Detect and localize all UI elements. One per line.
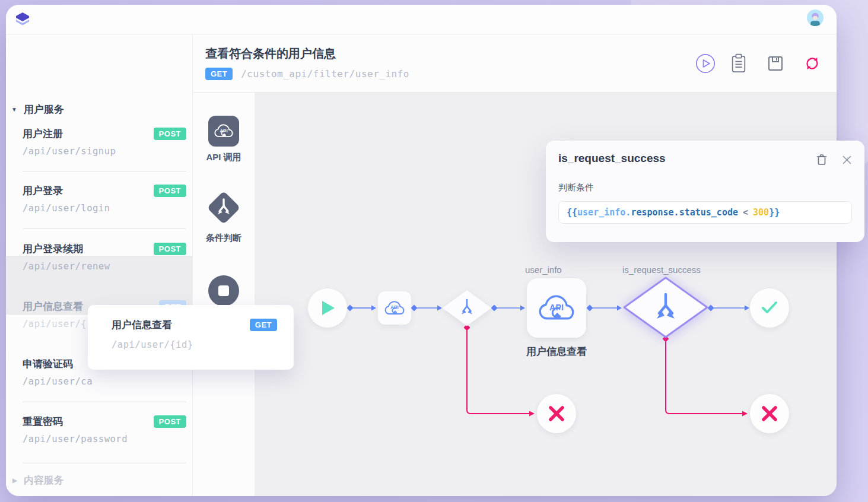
top-bar [6, 5, 837, 34]
api-name: 用户注册 [23, 127, 63, 141]
close-icon [842, 155, 851, 164]
workflow-header: 查看符合条件的用户信息 GET /custom_api/filter/user_… [193, 34, 837, 93]
save-button[interactable] [765, 53, 786, 74]
condition-node-label: is_request_success [622, 265, 701, 275]
ghost-method-badge: GET [250, 319, 277, 331]
ghost-api-path: /api/user/{id} [112, 339, 193, 350]
ghost-api-name: 用户信息查看 [112, 318, 172, 332]
api-path: /api/user/renew [23, 261, 186, 272]
expr-property: response.status_code [631, 207, 738, 218]
expr-value: 300 [753, 207, 769, 218]
palette-stop-node[interactable] [208, 275, 239, 306]
start-node[interactable] [308, 288, 347, 328]
logs-button[interactable] [728, 53, 749, 74]
method-badge: POST [154, 185, 186, 197]
workflow-path: /custom_api/filter/user_info [241, 68, 409, 80]
api-name: 用户信息查看 [23, 300, 83, 313]
group-label: 内容服务 [24, 474, 64, 487]
method-badge: POST [154, 128, 186, 140]
node-palette: API API 调用 条件判断 [193, 93, 255, 496]
failure-node[interactable] [537, 394, 576, 433]
svg-text:API: API [549, 302, 564, 312]
api-name: 申请验证码 [23, 357, 73, 371]
run-button[interactable] [695, 53, 716, 74]
divider [23, 171, 186, 171]
sidebar-group-content-services[interactable]: ▶ 内容服务 [12, 474, 64, 487]
workflow-title: 查看符合条件的用户信息 [205, 46, 336, 62]
method-badge: GET [205, 68, 233, 80]
api-path: /api/user/ca [23, 376, 186, 387]
sidebar-item-signup[interactable]: 用户注册 POST /api/user/signup [23, 126, 186, 157]
palette-api-node[interactable]: API [208, 116, 239, 147]
condition-field-label: 判断条件 [558, 182, 594, 193]
cloud-api-icon: API [383, 299, 406, 317]
delete-node-button[interactable] [814, 152, 829, 167]
x-icon [762, 406, 777, 421]
sidebar-item-login[interactable]: 用户登录 POST /api/user/login [23, 183, 186, 214]
cloud-api-icon: API [212, 122, 235, 140]
chevron-down-icon: ▼ [11, 106, 17, 113]
palette-api-label: API 调用 [193, 152, 255, 163]
x-icon [549, 406, 564, 421]
condition-panel: is_request_success 判断条件 {{user_info.resp… [546, 141, 864, 242]
sidebar-item-password[interactable]: 重置密码 POST /api/user/password [23, 414, 186, 444]
api-path: /api/user/password [23, 434, 186, 444]
check-icon [761, 300, 778, 316]
condition-panel-title: is_request_success [558, 152, 666, 165]
api-name: 用户登录 [23, 184, 63, 198]
sidebar-group-user-services[interactable]: ▼ 用户服务 [11, 103, 64, 116]
method-badge: POST [154, 415, 186, 428]
api-path: /api/user/signup [23, 146, 186, 157]
trash-icon [816, 153, 828, 166]
api-call-node-user-info[interactable]: API [527, 278, 586, 338]
refresh-icon [803, 54, 822, 73]
failure-node[interactable] [750, 394, 789, 433]
floppy-save-icon [766, 54, 785, 73]
api-name: 用户登录续期 [23, 242, 83, 256]
chevron-right-icon: ▶ [12, 477, 17, 484]
palette-condition-label: 条件判断 [193, 233, 255, 244]
divider [23, 228, 186, 229]
user-avatar[interactable] [807, 9, 824, 26]
api-name: 重置密码 [23, 415, 63, 428]
sidebar-item-renew[interactable]: 用户登录续期 POST /api/user/renew [23, 242, 186, 272]
success-node[interactable] [750, 288, 789, 328]
expr-variable: user_info. [577, 207, 631, 218]
app-window: ▼ 用户服务 用户注册 POST /api/user/signup 用户登录 P… [6, 5, 837, 496]
clipboard-icon [730, 53, 748, 74]
condition-expression-input[interactable]: {{user_info.response.status_code<300}} [558, 201, 852, 224]
node-variable-label: user_info [525, 265, 562, 275]
api-call-node[interactable]: API [378, 291, 411, 325]
api-sidebar: ▼ 用户服务 用户注册 POST /api/user/signup 用户登录 P… [6, 34, 193, 496]
cloud-api-icon: API [535, 292, 578, 325]
play-circle-icon [695, 53, 716, 74]
close-panel-button[interactable] [839, 152, 854, 167]
expr-open-braces: {{ [567, 207, 577, 218]
drag-ghost-card[interactable]: 用户信息查看 GET /api/user/{id} [88, 305, 294, 370]
expr-operator: < [743, 207, 748, 218]
expr-close-braces: }} [769, 207, 780, 218]
avatar-image [807, 9, 824, 26]
divider [23, 402, 186, 402]
group-label: 用户服务 [24, 103, 64, 116]
api-path: /api/user/login [23, 203, 186, 214]
app-logo-icon[interactable] [14, 11, 31, 27]
node-name-label: 用户信息查看 [497, 345, 616, 358]
play-icon [319, 300, 336, 316]
palette-condition-node[interactable] [204, 188, 243, 227]
stop-icon [218, 285, 229, 296]
method-badge: POST [154, 243, 186, 255]
condition-node-is-request-success[interactable] [621, 275, 710, 340]
sync-button[interactable] [802, 53, 823, 74]
condition-node[interactable] [441, 288, 493, 328]
divider [23, 463, 186, 463]
